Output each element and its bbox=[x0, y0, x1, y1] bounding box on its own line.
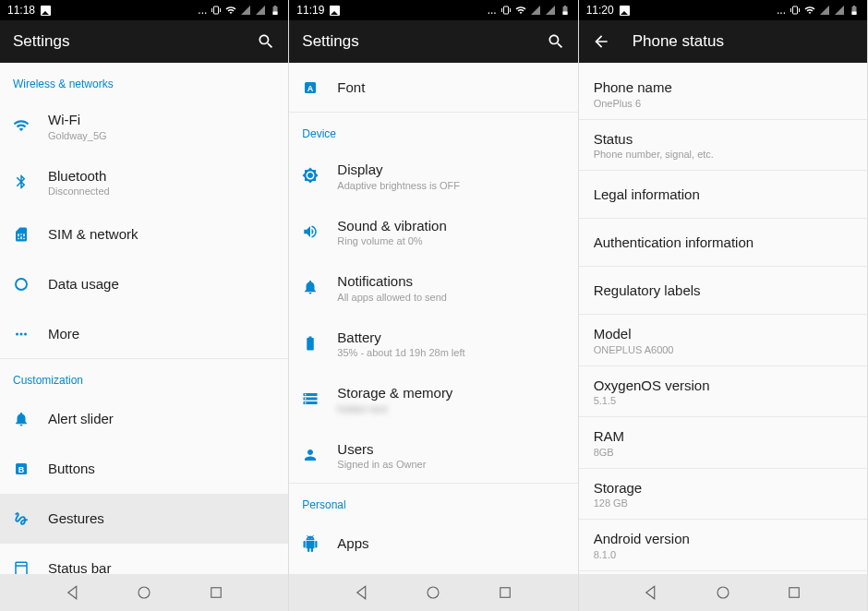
sim-label: SIM & network bbox=[48, 225, 275, 244]
status-dots: ... bbox=[777, 4, 786, 17]
legal-item[interactable]: Legal information bbox=[579, 171, 867, 219]
nav-back[interactable] bbox=[354, 584, 370, 601]
users-sub: Signed in as Owner bbox=[337, 459, 564, 470]
status-time: 11:20 bbox=[586, 4, 614, 17]
nav-bar bbox=[579, 574, 867, 611]
nav-recent[interactable] bbox=[497, 584, 513, 601]
storage-sub: 128 GB bbox=[594, 497, 852, 509]
nav-home[interactable] bbox=[136, 584, 152, 601]
data-usage-item[interactable]: Data usage bbox=[0, 259, 288, 309]
svg-point-12 bbox=[139, 587, 150, 598]
more-icon bbox=[13, 326, 48, 342]
back-button[interactable] bbox=[592, 32, 610, 51]
wifi-icon bbox=[13, 117, 48, 134]
status-dots: ... bbox=[198, 4, 207, 17]
wifi-icon bbox=[804, 5, 815, 16]
nav-recent[interactable] bbox=[786, 584, 802, 601]
ram-sub: 8GB bbox=[594, 447, 852, 458]
buttons-icon: B bbox=[13, 461, 48, 477]
nav-back[interactable] bbox=[65, 584, 81, 601]
app-bar: Phone status bbox=[579, 20, 867, 63]
regulatory-item[interactable]: Regulatory labels bbox=[579, 267, 867, 315]
svg-point-5 bbox=[16, 332, 18, 335]
nav-home[interactable] bbox=[715, 584, 731, 601]
image-icon bbox=[620, 6, 630, 16]
model-item[interactable]: ModelONEPLUS A6000 bbox=[579, 315, 867, 366]
search-icon bbox=[257, 32, 275, 51]
auth-item[interactable]: Authentication information bbox=[579, 219, 867, 267]
svg-rect-10 bbox=[16, 562, 27, 574]
svg-rect-21 bbox=[500, 588, 511, 598]
android-label: Android version bbox=[594, 530, 852, 548]
gestures-item[interactable]: Gestures bbox=[0, 494, 288, 544]
status-bar: 11:19 ... bbox=[289, 0, 577, 20]
reg-label: Regulatory labels bbox=[594, 282, 852, 300]
signal-icon bbox=[530, 5, 541, 16]
signal-icon-2 bbox=[255, 5, 266, 16]
users-item[interactable]: UsersSigned in as Owner bbox=[289, 427, 577, 485]
sim-item[interactable]: SIM & network bbox=[0, 210, 288, 259]
svg-point-26 bbox=[717, 587, 729, 598]
data-label: Data usage bbox=[48, 275, 275, 294]
nav-back[interactable] bbox=[643, 584, 659, 601]
apps-item[interactable]: Apps bbox=[289, 519, 577, 569]
search-icon bbox=[547, 32, 565, 51]
notifications-item[interactable]: NotificationsAll apps allowed to send bbox=[289, 259, 577, 316]
buttons-item[interactable]: B Buttons bbox=[0, 444, 288, 494]
users-label: Users bbox=[337, 440, 564, 459]
ram-item[interactable]: RAM8GB bbox=[579, 417, 867, 469]
signal-icon-2 bbox=[545, 5, 556, 16]
settings-list[interactable]: A Font Device DisplayAdaptive brightness… bbox=[289, 63, 577, 574]
android-sub: 8.1.0 bbox=[594, 549, 852, 560]
android-icon bbox=[302, 535, 337, 552]
svg-rect-22 bbox=[792, 6, 797, 14]
font-item[interactable]: A Font bbox=[289, 63, 577, 113]
wifi-icon bbox=[515, 5, 526, 16]
wifi-item[interactable]: Wi-FiGoldway_5G bbox=[0, 98, 288, 154]
battery-item[interactable]: Battery35% - about 1d 19h 28m left bbox=[289, 316, 577, 372]
storage-item[interactable]: Storage & memoryhidden text bbox=[289, 371, 577, 427]
storage-label: Storage bbox=[594, 479, 852, 497]
bluetooth-item[interactable]: BluetoothDisconnected bbox=[0, 154, 288, 210]
signal-icon bbox=[819, 5, 830, 16]
section-device: Device bbox=[289, 113, 577, 148]
app-title: Settings bbox=[302, 32, 546, 51]
bluetooth-label: Bluetooth bbox=[48, 167, 275, 186]
oxygen-item[interactable]: OxygenOS version5.1.5 bbox=[579, 366, 867, 418]
display-item[interactable]: DisplayAdaptive brightness is OFF bbox=[289, 148, 577, 204]
alert-slider-item[interactable]: Alert slider bbox=[0, 394, 288, 444]
phone-name-item[interactable]: Phone nameOnePlus 6 bbox=[579, 68, 867, 120]
bluetooth-icon bbox=[13, 174, 48, 190]
storage-item[interactable]: Storage128 GB bbox=[579, 469, 867, 521]
storage-label: Storage & memory bbox=[337, 384, 564, 402]
statusbar-item[interactable]: Status bar bbox=[0, 544, 288, 574]
nav-bar bbox=[0, 574, 288, 611]
svg-text:A: A bbox=[307, 83, 314, 92]
more-item[interactable]: More bbox=[0, 309, 288, 359]
nav-home[interactable] bbox=[425, 584, 441, 601]
sim-icon bbox=[13, 226, 48, 243]
sound-item[interactable]: Sound & vibrationRing volume at 0% bbox=[289, 204, 577, 260]
wifi-icon bbox=[225, 5, 236, 16]
svg-rect-27 bbox=[790, 588, 800, 598]
svg-point-7 bbox=[24, 332, 27, 335]
status-item[interactable]: StatusPhone number, signal, etc. bbox=[579, 120, 867, 172]
name-sub: OnePlus 6 bbox=[594, 98, 852, 109]
brightness-icon bbox=[302, 167, 337, 184]
svg-rect-13 bbox=[211, 588, 221, 598]
search-button[interactable] bbox=[257, 32, 275, 51]
name-label: Phone name bbox=[594, 78, 852, 97]
wifi-sub: Goldway_5G bbox=[48, 130, 275, 141]
search-button[interactable] bbox=[547, 32, 565, 51]
app-title: Settings bbox=[13, 32, 257, 51]
nav-recent[interactable] bbox=[208, 584, 224, 601]
phone-status-list[interactable]: Phone nameOnePlus 6 StatusPhone number, … bbox=[579, 63, 867, 574]
settings-list[interactable]: Wireless & networks Wi-FiGoldway_5G Blue… bbox=[0, 63, 288, 574]
android-item[interactable]: Android version8.1.0 bbox=[579, 520, 867, 571]
section-wireless: Wireless & networks bbox=[0, 63, 288, 98]
sound-label: Sound & vibration bbox=[337, 217, 564, 235]
battery-sub: 35% - about 1d 19h 28m left bbox=[337, 347, 564, 358]
font-icon: A bbox=[302, 79, 337, 96]
display-label: Display bbox=[337, 161, 564, 179]
oxygen-sub: 5.1.5 bbox=[594, 395, 852, 406]
